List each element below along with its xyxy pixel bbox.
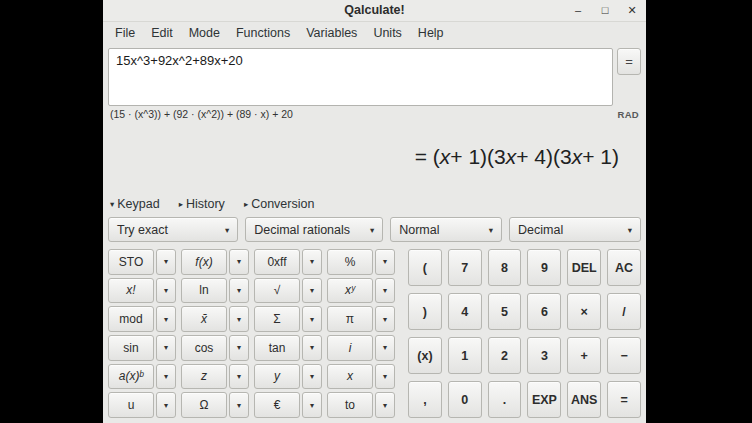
key-mod-menu-button[interactable]: ▾	[156, 306, 176, 332]
key-cos-menu-button[interactable]: ▾	[229, 335, 249, 361]
key-sum[interactable]: Σ	[254, 306, 300, 332]
key-imaginary-i-menu-button[interactable]: ▾	[375, 335, 395, 361]
key-decimal-point[interactable]: .	[488, 381, 522, 418]
key-sto-menu-button[interactable]: ▾	[156, 249, 176, 275]
key-pi-menu-button[interactable]: ▾	[375, 306, 395, 332]
key-sqrt-menu-button[interactable]: ▾	[302, 278, 322, 304]
exact-mode-dropdown[interactable]: Try exact ▾	[108, 217, 238, 242]
key-group: y▾	[254, 364, 322, 390]
tab-history[interactable]: ▸ History	[179, 197, 225, 211]
key-custom-base[interactable]: a(x)ᵇ	[108, 364, 154, 390]
key-var-y-menu-button[interactable]: ▾	[302, 364, 322, 390]
menu-item-file[interactable]: File	[107, 23, 143, 43]
key-add[interactable]: +	[567, 337, 601, 374]
key-function-fx[interactable]: f(x)	[181, 249, 227, 275]
key-equals[interactable]: =	[607, 381, 641, 418]
key-sto[interactable]: STO	[108, 249, 154, 275]
key-unit-u[interactable]: u	[108, 392, 154, 418]
menu-item-help[interactable]: Help	[410, 23, 452, 43]
key-raise-power[interactable]: xʸ	[327, 278, 373, 304]
key-multiply[interactable]: ×	[567, 293, 601, 330]
key-group: cos▾	[181, 335, 249, 361]
key-unit-u-menu-button[interactable]: ▾	[156, 392, 176, 418]
tab-keypad[interactable]: ▾ Keypad	[110, 197, 160, 211]
key-imaginary-i[interactable]: i	[327, 335, 373, 361]
key-var-x-menu-button[interactable]: ▾	[375, 364, 395, 390]
key-percent-menu-button[interactable]: ▾	[375, 249, 395, 275]
title-bar: Qalculate! – □ ✕	[103, 0, 646, 22]
key-ln[interactable]: ln	[181, 278, 227, 304]
key-group: sin▾	[108, 335, 176, 361]
maximize-button[interactable]: □	[598, 3, 612, 18]
key-unit-euro-menu-button[interactable]: ▾	[302, 392, 322, 418]
key-all-clear[interactable]: AC	[607, 249, 641, 286]
key-sin[interactable]: sin	[108, 335, 154, 361]
key-digit-6[interactable]: 6	[527, 293, 561, 330]
fraction-mode-dropdown[interactable]: Decimal rationals ▾	[245, 217, 383, 242]
key-digit-3[interactable]: 3	[527, 337, 561, 374]
base-mode-dropdown[interactable]: Decimal ▾	[509, 217, 641, 242]
key-mean-menu-button[interactable]: ▾	[229, 306, 249, 332]
key-digit-8[interactable]: 8	[488, 249, 522, 286]
menu-item-units[interactable]: Units	[365, 23, 409, 43]
key-convert-to-menu-button[interactable]: ▾	[375, 392, 395, 418]
key-digit-5[interactable]: 5	[488, 293, 522, 330]
key-factorial[interactable]: x!	[108, 278, 154, 304]
key-ln-menu-button[interactable]: ▾	[229, 278, 249, 304]
expression-input[interactable]: 15x^3+92x^2+89x+20	[108, 48, 613, 106]
key-digit-0[interactable]: 0	[448, 381, 482, 418]
key-factorial-menu-button[interactable]: ▾	[156, 278, 176, 304]
key-sin-menu-button[interactable]: ▾	[156, 335, 176, 361]
key-var-z[interactable]: z	[181, 364, 227, 390]
key-digit-7[interactable]: 7	[448, 249, 482, 286]
key-var-z-menu-button[interactable]: ▾	[229, 364, 249, 390]
key-mean[interactable]: x̄	[181, 306, 227, 332]
key-group: i▾	[327, 335, 395, 361]
result-text: = (	[415, 145, 440, 169]
key-open-paren[interactable]: (	[408, 249, 442, 286]
key-smart-paren[interactable]: (x)	[408, 337, 442, 374]
keypad-row: mod▾x̄▾Σ▾π▾	[108, 306, 395, 332]
key-function-fx-menu-button[interactable]: ▾	[229, 249, 249, 275]
key-var-y[interactable]: y	[254, 364, 300, 390]
key-sum-menu-button[interactable]: ▾	[302, 306, 322, 332]
key-subtract[interactable]: −	[607, 337, 641, 374]
key-mod[interactable]: mod	[108, 306, 154, 332]
menu-item-functions[interactable]: Functions	[228, 23, 298, 43]
key-tan-menu-button[interactable]: ▾	[302, 335, 322, 361]
key-unit-ohm-menu-button[interactable]: ▾	[229, 392, 249, 418]
key-custom-base-menu-button[interactable]: ▾	[156, 364, 176, 390]
minimize-button[interactable]: –	[571, 3, 585, 18]
tab-conversion[interactable]: ▸ Conversion	[244, 197, 315, 211]
key-convert-to[interactable]: to	[327, 392, 373, 418]
key-digit-1[interactable]: 1	[448, 337, 482, 374]
key-divide[interactable]: /	[607, 293, 641, 330]
key-comma[interactable]: ,	[408, 381, 442, 418]
menu-item-mode[interactable]: Mode	[181, 23, 228, 43]
key-close-paren[interactable]: )	[408, 293, 442, 330]
key-tan[interactable]: tan	[254, 335, 300, 361]
menu-item-edit[interactable]: Edit	[143, 23, 181, 43]
key-raise-power-menu-button[interactable]: ▾	[375, 278, 395, 304]
menu-item-variables[interactable]: Variables	[298, 23, 365, 43]
key-ans[interactable]: ANS	[567, 381, 601, 418]
calculate-button[interactable]: =	[617, 48, 641, 75]
key-pi[interactable]: π	[327, 306, 373, 332]
key-hex-0xff-menu-button[interactable]: ▾	[302, 249, 322, 275]
key-hex-0xff[interactable]: 0xff	[254, 249, 300, 275]
key-group: €▾	[254, 392, 322, 418]
key-delete[interactable]: DEL	[567, 249, 601, 286]
key-unit-ohm[interactable]: Ω	[181, 392, 227, 418]
display-mode-dropdown[interactable]: Normal ▾	[390, 217, 502, 242]
key-unit-euro[interactable]: €	[254, 392, 300, 418]
key-percent[interactable]: %	[327, 249, 373, 275]
key-digit-9[interactable]: 9	[527, 249, 561, 286]
key-group: STO▾	[108, 249, 176, 275]
key-digit-4[interactable]: 4	[448, 293, 482, 330]
key-exp[interactable]: EXP	[527, 381, 561, 418]
key-var-x[interactable]: x	[327, 364, 373, 390]
key-cos[interactable]: cos	[181, 335, 227, 361]
close-button[interactable]: ✕	[625, 3, 639, 18]
key-digit-2[interactable]: 2	[488, 337, 522, 374]
key-sqrt[interactable]: √	[254, 278, 300, 304]
